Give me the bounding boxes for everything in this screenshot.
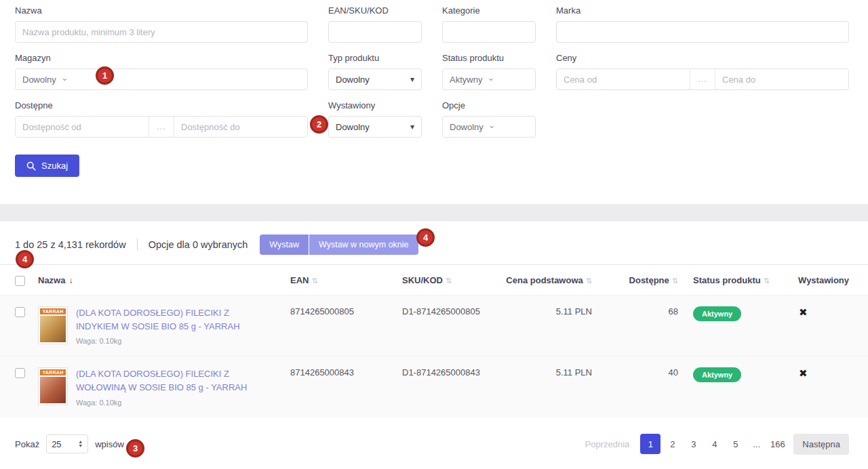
table-header-row: Nazwa↓ EAN⇅ SKU/KOD⇅ Cena podstawowa⇅ Do… xyxy=(0,265,868,295)
annotation-badge-1: 1 xyxy=(96,66,114,85)
page-button-5[interactable]: 5 xyxy=(726,434,745,454)
product-image: YARRAH xyxy=(38,306,68,344)
header-status[interactable]: Status produktu⇅ xyxy=(678,275,780,285)
page-ellipsis: ... xyxy=(747,434,766,454)
wystaw-nowe-okno-button[interactable]: Wystaw w nowym oknie xyxy=(309,234,418,255)
nazwa-input[interactable] xyxy=(15,21,308,43)
product-cell: YARRAH (DLA KOTA DOROSŁEGO) FILECIKI Z I… xyxy=(38,306,263,345)
ceny-label: Ceny xyxy=(556,53,849,63)
page-size-value: 25 xyxy=(52,439,61,449)
product-name-link[interactable]: (DLA KOTA DOROSŁEGO) FILECIKI Z INDYKIEM… xyxy=(76,306,263,333)
price-cell: 5.11 PLN xyxy=(494,306,592,317)
header-sku[interactable]: SKU/KOD⇅ xyxy=(375,275,494,285)
dostepnosc-od-input[interactable] xyxy=(16,117,149,137)
pokaz-label: Pokaż xyxy=(15,439,39,449)
status-badge: Aktywny xyxy=(693,306,741,321)
sort-icon: ⇅ xyxy=(764,277,770,285)
filter-dostepne: Dostępne ... xyxy=(15,100,308,138)
szukaj-label: Szukaj xyxy=(41,161,68,171)
selected-summary: Opcje dla 0 wybranych xyxy=(149,239,248,250)
chevron-down-icon: ▾ xyxy=(410,122,414,131)
wystawiony-select[interactable]: Dowolny ▾ xyxy=(328,116,422,138)
sort-icon: ⇅ xyxy=(311,277,317,285)
kategorie-input[interactable] xyxy=(442,21,536,43)
status-produktu-value: Aktywny xyxy=(450,75,482,85)
page-button-1[interactable]: 1 xyxy=(640,434,660,454)
next-page-button[interactable]: Następna xyxy=(793,434,849,455)
wystawiony-label: Wystawiony xyxy=(328,100,422,110)
dostepnosc-do-input[interactable] xyxy=(174,117,307,137)
available-cell: 68 xyxy=(592,306,678,317)
sort-desc-icon: ↓ xyxy=(68,276,73,285)
page-button-2[interactable]: 2 xyxy=(663,434,682,454)
available-cell: 40 xyxy=(592,367,678,378)
annotation-badge-2: 2 xyxy=(310,115,328,134)
opcje-value: Dowolny xyxy=(450,122,484,132)
records-summary: 1 do 25 z 4,131 rekordów xyxy=(15,239,126,250)
product-weight: Waga: 0.10kg xyxy=(76,337,263,345)
sort-icon: ⇅ xyxy=(586,277,592,285)
sku-cell: D1-8714265000805 xyxy=(375,306,494,317)
dostepne-range: ... xyxy=(15,116,308,138)
header-ean[interactable]: EAN⇅ xyxy=(263,275,375,285)
page-button-3[interactable]: 3 xyxy=(684,434,703,454)
prev-page-button[interactable]: Poprzednia xyxy=(577,434,638,454)
sort-icon: ⇅ xyxy=(672,277,678,285)
annotation-badge-4-select-all: 4 xyxy=(16,250,34,268)
ean-input[interactable] xyxy=(328,21,422,43)
nazwa-label: Nazwa xyxy=(15,5,308,16)
header-wystawiony[interactable]: Wystawiony xyxy=(780,275,849,285)
select-all-checkbox[interactable] xyxy=(15,276,25,286)
ean-label: EAN/SKU/KOD xyxy=(328,5,422,16)
opcje-dropdown[interactable]: Dowolny ⌄ xyxy=(442,116,536,138)
filter-typ-produktu: Typ produktu Dowolny ▾ xyxy=(328,53,422,90)
status-badge: Aktywny xyxy=(693,367,741,382)
product-cell: YARRAH (DLA KOTA DOROSŁEGO) FILECIKI Z W… xyxy=(38,367,263,406)
marka-input[interactable] xyxy=(556,21,849,43)
typ-produktu-label: Typ produktu xyxy=(328,53,422,63)
ceny-range: ... xyxy=(556,68,849,90)
products-table: Nazwa↓ EAN⇅ SKU/KOD⇅ Cena podstawowa⇅ Do… xyxy=(0,264,868,417)
annotation-badge-3: 3 xyxy=(126,439,144,457)
header-nazwa[interactable]: Nazwa↓ xyxy=(38,275,263,285)
page-size-select[interactable]: 25 ▲▼ xyxy=(46,434,88,453)
filter-status-produktu: Status produktu Aktywny ⌄ xyxy=(442,53,536,90)
filters-panel: Nazwa EAN/SKU/KOD Kategorie Marka Magazy… xyxy=(0,0,868,177)
table-row: YARRAH (DLA KOTA DOROSŁEGO) FILECIKI Z W… xyxy=(0,356,868,417)
status-produktu-label: Status produktu xyxy=(442,53,536,63)
product-name-link[interactable]: (DLA KOTA DOROSŁEGO) FILECIKI Z WOŁOWINĄ… xyxy=(76,367,263,394)
header-dostepne[interactable]: Dostępne⇅ xyxy=(592,275,678,285)
szukaj-button[interactable]: Szukaj xyxy=(15,155,79,177)
chevron-down-icon: ▾ xyxy=(410,75,414,84)
annotation-badge-4-actions: 4 xyxy=(416,228,435,247)
section-divider xyxy=(0,204,868,221)
typ-produktu-select[interactable]: Dowolny ▾ xyxy=(328,68,422,90)
opcje-label: Opcje xyxy=(442,100,536,110)
wystaw-button[interactable]: Wystaw xyxy=(260,234,309,255)
filter-kategorie: Kategorie xyxy=(442,5,536,43)
row-checkbox[interactable] xyxy=(15,368,25,378)
sort-icon: ⇅ xyxy=(446,277,452,285)
wpisow-label: wpisów xyxy=(95,439,124,449)
magazyn-dropdown[interactable]: Dowolny ⌄ xyxy=(15,68,308,90)
page-button-166[interactable]: 166 xyxy=(768,434,787,454)
stepper-arrows-icon: ▲▼ xyxy=(78,440,83,448)
filter-ean: EAN/SKU/KOD xyxy=(328,5,422,43)
filter-opcje: Opcje Dowolny ⌄ xyxy=(442,100,536,138)
filter-magazyn: Magazyn Dowolny ⌄ xyxy=(15,53,308,90)
typ-produktu-value: Dowolny xyxy=(336,75,370,85)
select-all-cell xyxy=(15,275,38,286)
filter-wystawiony: Wystawiony Dowolny ▾ xyxy=(328,100,422,138)
cena-od-input[interactable] xyxy=(557,69,690,89)
bulk-actions: Wystaw Wystaw w nowym oknie xyxy=(260,234,418,255)
status-produktu-dropdown[interactable]: Aktywny ⌄ xyxy=(442,68,536,90)
filter-ceny: Ceny ... xyxy=(556,53,849,90)
row-checkbox[interactable] xyxy=(15,307,25,317)
page-button-4[interactable]: 4 xyxy=(705,434,724,454)
filter-marka: Marka xyxy=(556,5,849,43)
header-cena[interactable]: Cena podstawowa⇅ xyxy=(494,275,592,285)
wystawiony-value: Dowolny xyxy=(336,122,370,132)
sku-cell: D1-8714265000843 xyxy=(375,367,494,378)
price-cell: 5.11 PLN xyxy=(494,367,592,378)
cena-do-input[interactable] xyxy=(715,69,848,89)
